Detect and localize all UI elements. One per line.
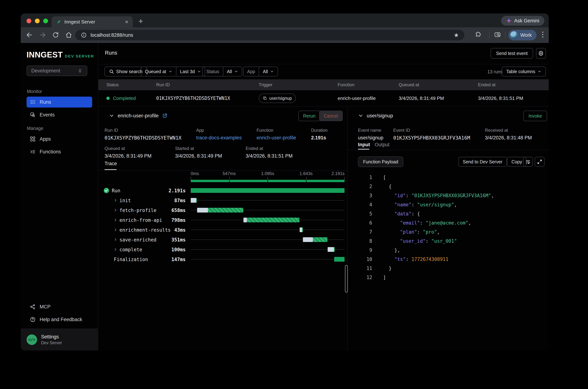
browser-tab[interactable]: Inngest Server ×: [52, 16, 133, 27]
expand-chevron-icon[interactable]: [114, 248, 117, 251]
column-header: Trigger: [259, 82, 272, 87]
trace-row-complete[interactable]: complete100ms: [98, 245, 347, 254]
tab-title: Inngest Server: [64, 19, 95, 25]
expand-chevron-icon[interactable]: [114, 218, 117, 222]
environment-select[interactable]: Development: [27, 65, 87, 76]
started-at-field: Started at 3/4/2026, 8:31:49 PM: [175, 146, 222, 159]
trace-bar-segment[interactable]: [303, 237, 313, 242]
check-circle-icon: [103, 188, 109, 194]
new-tab-button[interactable]: +: [139, 17, 143, 25]
expand-button[interactable]: [535, 157, 545, 167]
trace-row-enrichment-results[interactable]: enrichment-results43ms: [98, 225, 347, 235]
trace-bar-segment[interactable]: [328, 247, 334, 252]
trace-row-init[interactable]: init87ms: [98, 195, 347, 205]
window-zoom-button[interactable]: [43, 19, 48, 23]
payload-code[interactable]: 1[2{3"id": "01KJXSYPSFHBXX03GRJFV3A16M",…: [348, 173, 549, 282]
collapse-chevron-icon[interactable]: [109, 113, 114, 118]
trace-bar-segment[interactable]: [197, 208, 208, 213]
sidebar-item-help-and-feedback[interactable]: Help and Feedback: [27, 314, 92, 325]
ended-at-field: Ended at 3/4/2026, 8:31:51 PM: [246, 146, 293, 159]
ask-gemini-button[interactable]: Ask Gemini: [501, 16, 544, 26]
app-filter-value[interactable]: All: [259, 67, 278, 76]
trace-row-save-enriched[interactable]: save-enriched351ms: [98, 235, 347, 245]
chevron-down-icon: [270, 69, 274, 73]
trace-bar-segment[interactable]: [191, 188, 345, 193]
browser-menu-icon[interactable]: [542, 32, 543, 37]
home-button[interactable]: [65, 31, 72, 38]
tab-output[interactable]: Output: [375, 142, 389, 148]
tab-trace[interactable]: Trace: [105, 161, 117, 166]
trigger-pill[interactable]: user/signup: [259, 94, 296, 103]
line-number: 12: [348, 275, 372, 280]
trace-bar-segment[interactable]: [300, 227, 302, 232]
trace-bar-segment[interactable]: [208, 208, 243, 213]
line-number: 3: [348, 193, 372, 198]
settings-title: Settings: [41, 334, 62, 340]
runs-settings-button[interactable]: [536, 48, 546, 59]
sidebar-item-label: Functions: [40, 149, 61, 155]
expand-chevron-icon[interactable]: [114, 238, 117, 241]
collapse-chevron-icon[interactable]: [358, 113, 363, 118]
trace-bar-segment[interactable]: [313, 237, 327, 242]
window-close-button[interactable]: [27, 19, 31, 23]
profile-chip[interactable]: Work: [508, 30, 536, 40]
function-payload-label: Function Payload: [358, 157, 403, 167]
forward-button[interactable]: [39, 31, 46, 38]
sidebar-item-functions[interactable]: Functions: [27, 146, 92, 157]
send-test-event-button[interactable]: Send test event: [491, 48, 533, 59]
trace-bar-segment[interactable]: [196, 198, 197, 203]
show-search-button[interactable]: Show search: [105, 66, 147, 76]
trace-row-enrich-from-api[interactable]: enrich-from-api798ms: [98, 215, 347, 225]
trace-bar-segment[interactable]: [302, 227, 303, 232]
reload-button[interactable]: [52, 31, 59, 38]
sidebar-item-apps[interactable]: Apps: [27, 133, 92, 144]
external-link-icon[interactable]: [162, 113, 168, 118]
app-filter-label: App: [243, 67, 259, 76]
queued-at-field: Queued at 3/4/2026, 8:31:49 PM: [105, 146, 151, 159]
expand-chevron-icon[interactable]: [114, 228, 117, 232]
trace-bar-segment[interactable]: [191, 198, 196, 203]
time-range-button[interactable]: Last 3d: [176, 67, 205, 76]
duration-field: Duration 2.191s: [311, 128, 328, 141]
trace-bar-segment[interactable]: [334, 247, 335, 252]
sidebar-item-label: Events: [40, 112, 55, 118]
sidebar-item-mcp[interactable]: MCP: [27, 301, 92, 312]
back-button[interactable]: [26, 31, 33, 38]
tab-input[interactable]: Input: [358, 142, 370, 148]
sidebar-item-settings[interactable]: </> Settings Dev Server: [21, 329, 98, 351]
status-filter-value[interactable]: All: [223, 67, 242, 76]
url-bar[interactable]: localhost:8288/runs ★: [75, 30, 464, 40]
event-name: user/signup: [367, 113, 393, 119]
invoke-button[interactable]: Invoke: [524, 111, 547, 121]
sidebar-item-events[interactable]: Events: [27, 109, 92, 120]
app-link[interactable]: trace-docs-examples: [196, 135, 242, 141]
table-row[interactable]: Completed01KJXSYPZYB6TH2DSDSYETWN1Xuser/…: [98, 90, 549, 106]
settings-subtitle: Dev Server: [41, 340, 62, 345]
trace-row-fetch-profile[interactable]: fetch-profile658ms: [98, 205, 347, 215]
send-to-dev-server-button[interactable]: Send to Dev Server: [458, 157, 507, 167]
rerun-button[interactable]: Rerun: [298, 111, 320, 121]
time-field-button[interactable]: Queued at: [141, 67, 176, 76]
vertical-scrollbar[interactable]: [345, 265, 348, 292]
expand-chevron-icon[interactable]: [114, 208, 117, 212]
trace-step-label: fetch-profile: [119, 208, 157, 213]
trace-bar-segment[interactable]: [243, 218, 247, 222]
function-link[interactable]: enrich-user-profile: [257, 135, 296, 141]
table-columns-button[interactable]: Table columns: [502, 66, 546, 76]
side-panel-search-icon[interactable]: [494, 31, 501, 38]
chevron-down-icon: [197, 69, 201, 73]
trace-bar-segment[interactable]: [334, 257, 345, 262]
site-info-icon[interactable]: [81, 32, 87, 38]
select-updown-icon: [77, 68, 83, 73]
window-minimize-button[interactable]: [35, 19, 40, 23]
sidebar-item-runs[interactable]: Runs: [27, 97, 92, 107]
run-detail-pane: enrich-user-profile Rerun Cancel Run ID …: [98, 106, 348, 351]
cancel-button[interactable]: Cancel: [319, 111, 343, 121]
trace-step-duration: 798ms: [151, 217, 186, 223]
trace-bar-segment[interactable]: [247, 218, 300, 222]
bookmark-star-icon[interactable]: ★: [454, 32, 459, 38]
tab-close-icon[interactable]: ×: [125, 19, 128, 25]
word-wrap-button[interactable]: [523, 157, 533, 167]
extensions-icon[interactable]: [474, 31, 482, 38]
expand-chevron-icon[interactable]: [114, 198, 117, 202]
